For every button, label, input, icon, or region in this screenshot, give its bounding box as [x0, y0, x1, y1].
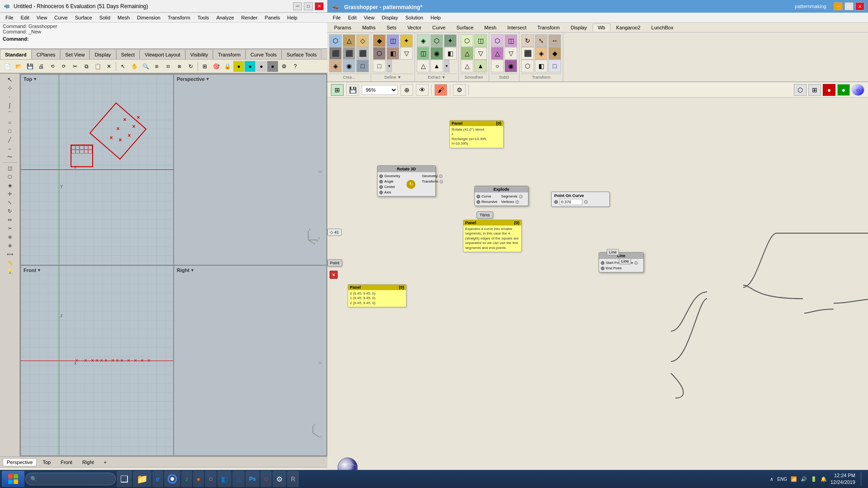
tool-join[interactable]: ⊕: [2, 233, 18, 241]
gh-menu-edit[interactable]: Edit: [344, 14, 360, 21]
taskbar-vs-code[interactable]: ◧: [217, 471, 231, 487]
gh-point-node[interactable]: Point: [327, 259, 342, 267]
gh-create-btn6[interactable]: ⬛: [356, 47, 369, 60]
tb-pan-icon[interactable]: ✋: [129, 61, 140, 72]
gh-poc-port-in[interactable]: [554, 200, 558, 204]
tb-color1-icon[interactable]: ●: [233, 61, 244, 72]
tool-mesh[interactable]: ◈: [2, 181, 18, 189]
tool-scale[interactable]: ⤡: [2, 198, 18, 206]
rhino-tab-visibility[interactable]: Visibility: [185, 49, 213, 59]
rhino-menu-view[interactable]: View: [33, 14, 51, 21]
gh-menu-solution[interactable]: Solution: [401, 14, 427, 21]
rhino-command-input[interactable]: [30, 36, 166, 42]
tb-snap-icon[interactable]: 🎯: [211, 61, 222, 72]
rhino-menu-surface[interactable]: Surface: [71, 14, 96, 21]
viewport-perspective[interactable]: Perspective ▼ x z y m: [174, 75, 326, 265]
gh-subd-btn1[interactable]: ⬡: [491, 34, 504, 47]
gh-define-btn3[interactable]: ✦: [400, 34, 413, 47]
gh-define-btn5[interactable]: ◧: [387, 47, 399, 60]
tray-network-icon[interactable]: 📶: [791, 476, 797, 482]
gh-rotate3d-port-transform-out[interactable]: [439, 180, 443, 183]
tool-dim[interactable]: ⟺: [2, 250, 18, 258]
gh-subd-btn4[interactable]: ▽: [505, 47, 517, 60]
gh-menu-view[interactable]: View: [360, 14, 378, 21]
tb-save-icon[interactable]: 💾: [24, 61, 35, 72]
vp-tab-front[interactable]: Front: [57, 458, 76, 466]
taskbar-chrome[interactable]: [164, 471, 180, 487]
gh-transform-btn2[interactable]: ⤡: [535, 34, 547, 47]
gh-create-btn3[interactable]: ◇: [356, 34, 369, 47]
rhino-menu-mesh[interactable]: Mesh: [114, 14, 133, 21]
gh-tab-surface[interactable]: Surface: [451, 23, 478, 31]
tool-curve2[interactable]: ⌒: [2, 110, 18, 118]
gh-subd-btn5[interactable]: ○: [491, 60, 504, 72]
taskbar-file-explorer[interactable]: 📁: [133, 471, 151, 487]
gh-extract-btn1[interactable]: ◈: [417, 34, 429, 47]
tb-settings-icon[interactable]: ⚙: [278, 61, 289, 72]
viewport-top[interactable]: Top ▼: [21, 75, 173, 265]
tool-select[interactable]: ↖: [2, 75, 18, 84]
tb-lock-icon[interactable]: 🔒: [222, 61, 233, 72]
tb-zoom-win-icon[interactable]: ⊠: [174, 61, 185, 72]
viewport-perspective-label[interactable]: Perspective ▼: [177, 76, 210, 82]
gh-line-port-line-out[interactable]: [634, 261, 638, 265]
gh-close-button[interactable]: ✕: [855, 2, 864, 10]
tool-freeform[interactable]: 〜: [2, 153, 18, 161]
gh-canvas-btn-mesh[interactable]: ⬡: [794, 84, 807, 96]
gh-create-btn5[interactable]: ⬛: [343, 47, 355, 60]
rhino-menu-panels[interactable]: Panels: [261, 14, 284, 21]
tool-trim[interactable]: ✂: [2, 224, 18, 232]
gh-smoothen-btn2[interactable]: ◫: [474, 34, 487, 47]
rhino-menu-curve[interactable]: Curve: [51, 14, 71, 21]
tb-select-icon[interactable]: ↖: [118, 61, 128, 72]
gh-transform-btn7[interactable]: ⬡: [521, 60, 534, 72]
taskbar-rhinoceros[interactable]: R: [287, 471, 299, 487]
gh-tab-maths[interactable]: Maths: [357, 23, 381, 31]
tool-rect[interactable]: □: [2, 127, 18, 135]
tb-zoom-ext-icon[interactable]: ⊞: [151, 61, 162, 72]
gh-t6ms-node[interactable]: T6ms: [476, 211, 493, 219]
gh-line-port-start-in[interactable]: [601, 261, 604, 265]
taskbar-spotify[interactable]: ♪: [181, 471, 192, 487]
rhino-maximize-button[interactable]: □: [304, 2, 313, 10]
tool-analyze[interactable]: 📏: [2, 258, 18, 267]
gh-point-on-curve-input[interactable]: [560, 199, 582, 205]
gh-tab-mesh[interactable]: Mesh: [479, 23, 501, 31]
tray-notification-icon[interactable]: 🔔: [821, 476, 827, 482]
taskbar-edge[interactable]: e: [152, 471, 163, 487]
taskbar-azure[interactable]: △: [232, 471, 245, 487]
rhino-tab-standard[interactable]: Standard: [0, 49, 32, 59]
vp-tab-add[interactable]: +: [100, 458, 111, 466]
taskbar-task-view[interactable]: ❑: [117, 471, 132, 487]
rhino-menu-dimension[interactable]: Dimension: [133, 14, 164, 21]
gh-define-btn2[interactable]: ◫: [387, 34, 399, 47]
gh-explode-port-curve-in[interactable]: [476, 195, 480, 198]
gh-canvas-btn-grid[interactable]: ⊞: [331, 84, 344, 96]
tb-zoom-icon[interactable]: 🔍: [140, 61, 151, 72]
gh-rotate3d-port-center-in[interactable]: [379, 185, 383, 189]
taskbar-search-bar[interactable]: 🔍: [25, 473, 116, 485]
gh-create-btn4[interactable]: ⬛: [329, 47, 342, 60]
gh-transform-btn5[interactable]: ◈: [535, 47, 547, 60]
rhino-close-button[interactable]: ✕: [315, 2, 324, 10]
viewport-right[interactable]: Right ▼ z y m: [174, 266, 326, 456]
gh-canvas-btn-settings2[interactable]: ⚙: [453, 84, 466, 96]
gh-canvas-btn-sphere[interactable]: ○: [852, 84, 864, 96]
tb-paste-icon[interactable]: 📋: [92, 61, 103, 72]
rhino-menu-transform[interactable]: Transform: [164, 14, 194, 21]
rhino-menu-solid[interactable]: Solid: [96, 14, 114, 21]
tb-redo-icon[interactable]: ⟳: [58, 61, 69, 72]
rhino-tab-surface-tools[interactable]: Surface Tools: [282, 49, 321, 59]
taskbar-ubuntu[interactable]: ○: [260, 471, 272, 487]
tool-render-tool[interactable]: 💡: [2, 267, 18, 275]
gh-extract-btn6[interactable]: ◧: [444, 47, 457, 60]
gh-define-btn6[interactable]: ▽: [400, 47, 413, 60]
tb-help-icon[interactable]: ?: [290, 61, 301, 72]
tool-point[interactable]: ·: [2, 93, 18, 101]
gh-rotate3d-port-geometry-in[interactable]: [379, 174, 383, 178]
gh-transform-btn3[interactable]: ↔: [548, 34, 561, 47]
gh-canvas-btn-render2[interactable]: ●: [823, 84, 835, 96]
gh-rotate3d-component[interactable]: Rotate 3D Geometry Angle Center: [377, 165, 436, 197]
gh-panel-explode-info[interactable]: Panel {0} Explodes a curve into smaller …: [463, 220, 522, 252]
rhino-menu-render[interactable]: Render: [238, 14, 261, 21]
